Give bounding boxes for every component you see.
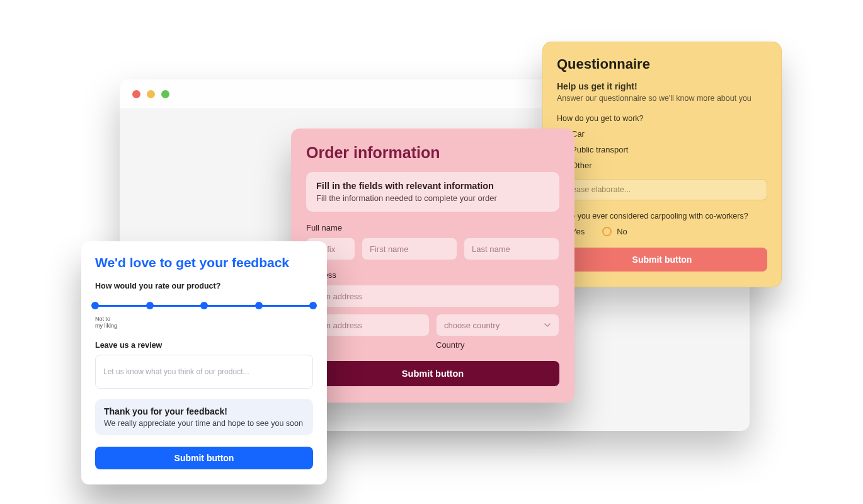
feedback-title: We'd love to get your feedback: [95, 255, 313, 270]
radio-label: No: [617, 227, 627, 236]
radio-icon: [602, 227, 612, 236]
thanks-subtitle: We really appreciate your time and hope …: [104, 419, 304, 428]
question-1: How do you get to work?: [557, 114, 767, 123]
questionnaire-title: Questionnaire: [557, 56, 767, 72]
slider-stop-5[interactable]: [309, 302, 317, 309]
order-box-subtitle: Fill the information needed to complete …: [316, 193, 549, 203]
radio-label: Public transport: [571, 145, 628, 154]
chevron-down-icon: [544, 321, 551, 329]
slider-stop-3[interactable]: [200, 302, 208, 309]
address-label: Address: [306, 270, 559, 280]
slider-stop-4[interactable]: [255, 302, 263, 309]
country-placeholder: choose country: [444, 321, 500, 330]
order-instructions: Fill in the fields with relevant informa…: [306, 172, 559, 212]
thanks-title: Thank you for your feedback!: [104, 406, 304, 416]
city-country-row: choose country: [306, 314, 559, 336]
radio-public-transport[interactable]: Public transport: [557, 145, 767, 154]
order-box-title: Fill in the fields with relevant informa…: [316, 181, 549, 191]
last-name-input[interactable]: [464, 238, 559, 260]
country-select[interactable]: choose country: [436, 314, 559, 336]
question-2: Have you ever considered carpooling with…: [557, 212, 767, 220]
radio-no[interactable]: No: [602, 227, 627, 236]
questionnaire-subtitle: Help us get it right!: [557, 81, 767, 91]
rating-question: How would you rate our product?: [95, 282, 313, 290]
full-name-row: [306, 238, 559, 260]
feedback-submit-button[interactable]: Submit button: [95, 447, 313, 469]
q1-options: Car Public transport Other: [557, 129, 767, 170]
slider-stop-1[interactable]: [91, 302, 99, 309]
thank-you-box: Thank you for your feedback! We really a…: [95, 399, 313, 435]
window-minimize-dot[interactable]: [147, 90, 155, 98]
review-textarea[interactable]: [95, 355, 313, 389]
order-submit-button[interactable]: Submit button: [306, 361, 559, 386]
order-card: Order information Fill in the fields wit…: [291, 129, 574, 403]
review-label: Leave us a review: [95, 341, 313, 350]
questionnaire-card: Questionnaire Help us get it right! Answ…: [542, 42, 782, 287]
window-zoom-dot[interactable]: [161, 90, 169, 98]
rating-slider[interactable]: [95, 299, 313, 312]
window-close-dot[interactable]: [132, 90, 140, 98]
radio-other[interactable]: Other: [557, 161, 767, 170]
first-name-input[interactable]: [362, 238, 457, 260]
slider-min-label: Not to my liking: [95, 316, 313, 329]
questionnaire-description: Answer our questionnaire so we'll know m…: [557, 94, 767, 103]
full-name-label: Full name: [306, 223, 559, 232]
radio-car[interactable]: Car: [557, 129, 767, 139]
city-country-labels: City Country: [306, 340, 559, 350]
address-input-1[interactable]: [306, 285, 559, 307]
questionnaire-submit-button[interactable]: Submit button: [557, 248, 767, 272]
country-label: Country: [436, 340, 559, 350]
slider-stop-2[interactable]: [146, 302, 154, 309]
feedback-card: We'd love to get your feedback How would…: [81, 241, 327, 484]
elaborate-input[interactable]: [557, 179, 767, 200]
q2-options: Yes No: [557, 227, 767, 236]
order-title: Order information: [306, 144, 559, 162]
